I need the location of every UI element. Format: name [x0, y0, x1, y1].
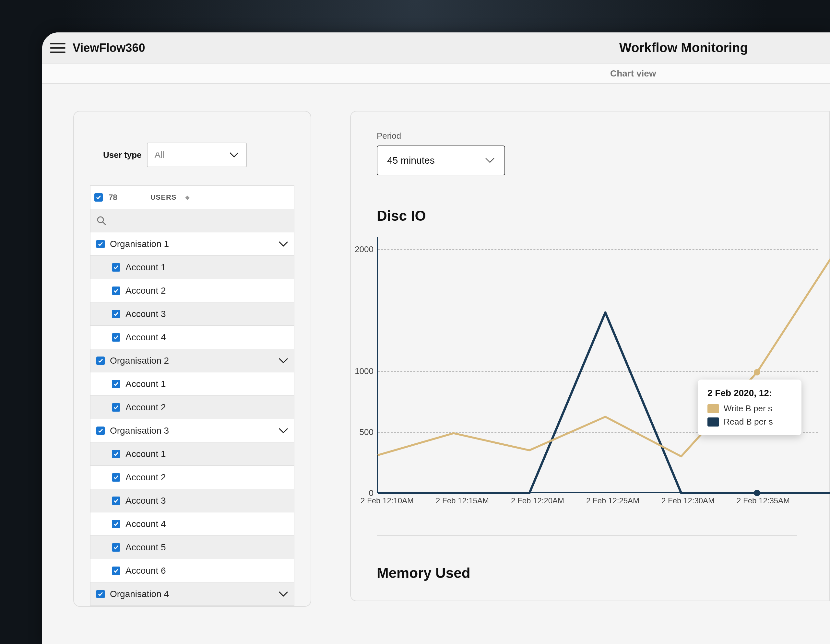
org-checkbox[interactable]	[96, 356, 105, 365]
line-chart-svg	[378, 237, 799, 493]
org-checkbox[interactable]	[96, 590, 105, 598]
account-label: Account 2	[125, 402, 288, 413]
tooltip-title: 2 Feb 2020, 12:	[708, 388, 792, 398]
org-checkbox[interactable]	[96, 427, 105, 435]
user-type-select[interactable]: All	[147, 142, 247, 167]
page-title: Workflow Monitoring	[619, 41, 748, 55]
x-tick-label: 2 Feb 12:10AM	[361, 496, 436, 505]
chart-tooltip: 2 Feb 2020, 12: Write B per sRead B per …	[698, 380, 801, 435]
account-row[interactable]: Account 3	[90, 489, 294, 513]
account-checkbox[interactable]	[112, 450, 120, 458]
account-label: Account 2	[125, 472, 288, 483]
chart-card: Period 45 minutes Disc IO 050010002000 2…	[350, 111, 830, 601]
org-label: Organisation 4	[110, 589, 273, 599]
org-row[interactable]: Organisation 3	[90, 419, 294, 442]
account-label: Account 1	[125, 262, 288, 272]
account-label: Account 4	[125, 519, 288, 529]
account-row[interactable]: Account 3	[90, 302, 294, 326]
user-type-label: User type	[103, 150, 142, 160]
account-checkbox[interactable]	[112, 473, 120, 482]
tooltip-series-label: Read B per s	[724, 417, 773, 427]
sort-icon[interactable]: ◆	[185, 194, 190, 201]
main-area: Period 45 minutes Disc IO 050010002000 2…	[350, 111, 830, 607]
svg-point-0	[98, 217, 103, 223]
account-checkbox[interactable]	[112, 333, 120, 342]
account-label: Account 5	[125, 542, 288, 552]
x-tick-label: 2 Feb 12:15AM	[436, 496, 511, 505]
chart-point	[754, 369, 760, 376]
account-row[interactable]: Account 6	[90, 559, 294, 582]
hamburger-menu-icon[interactable]	[50, 40, 65, 56]
svg-line-1	[103, 222, 106, 225]
org-row[interactable]: Organisation 4	[90, 582, 294, 606]
legend-swatch	[708, 418, 719, 427]
app-name: ViewFlow360	[73, 41, 145, 55]
account-row[interactable]: Account 4	[90, 513, 294, 536]
chart-title-disc-io: Disc IO	[377, 208, 829, 224]
account-checkbox[interactable]	[112, 497, 120, 505]
account-checkbox[interactable]	[112, 263, 120, 272]
account-row[interactable]: Account 2	[90, 279, 294, 302]
org-row[interactable]: Organisation 2	[90, 349, 294, 372]
users-header[interactable]: USERS	[150, 193, 177, 202]
tree-header: 78 USERS ◆	[90, 186, 294, 209]
account-row[interactable]: Account 2	[90, 396, 294, 419]
app-window: ViewFlow360 Workflow Monitoring Chart vi…	[42, 32, 830, 644]
select-all-checkbox[interactable]	[94, 193, 103, 202]
account-label: Account 3	[125, 495, 288, 506]
account-row[interactable]: Account 5	[90, 536, 294, 559]
y-tick-label: 2000	[355, 244, 374, 254]
users-count: 78	[109, 193, 117, 202]
account-label: Account 2	[125, 286, 288, 296]
org-checkbox[interactable]	[96, 240, 105, 248]
search-icon	[96, 215, 107, 226]
chevron-down-icon	[485, 158, 495, 163]
tooltip-series-label: Write B per s	[724, 403, 772, 413]
chevron-down-icon[interactable]	[279, 358, 288, 364]
account-checkbox[interactable]	[112, 566, 120, 575]
org-label: Organisation 1	[110, 239, 273, 249]
period-select[interactable]: 45 minutes	[377, 146, 505, 175]
account-checkbox[interactable]	[112, 520, 120, 528]
subbar: Chart view	[42, 63, 830, 84]
view-mode-label[interactable]: Chart view	[610, 68, 656, 79]
org-row[interactable]: Organisation 1	[90, 233, 294, 256]
titlebar: ViewFlow360 Workflow Monitoring	[42, 32, 830, 63]
account-checkbox[interactable]	[112, 543, 120, 552]
chart-plot	[377, 237, 798, 493]
period-value: 45 minutes	[387, 155, 435, 166]
account-row[interactable]: Account 1	[90, 256, 294, 279]
account-label: Account 1	[125, 379, 288, 389]
x-tick-label: 2 Feb 12:30AM	[661, 496, 737, 505]
chart-title-memory: Memory Used	[377, 565, 829, 581]
sidebar-card: User type All 78 USERS ◆	[73, 111, 311, 607]
period-label: Period	[377, 131, 829, 141]
chevron-down-icon	[229, 152, 239, 158]
divider	[377, 535, 797, 536]
y-tick-label: 500	[360, 427, 374, 437]
chevron-down-icon[interactable]	[279, 241, 288, 247]
account-row[interactable]: Account 2	[90, 466, 294, 489]
user-type-value: All	[155, 150, 165, 160]
x-tick-label: 2 Feb 12:35AM	[737, 496, 812, 505]
y-tick-label: 1000	[355, 366, 374, 376]
account-checkbox[interactable]	[112, 310, 120, 318]
org-label: Organisation 3	[110, 426, 273, 436]
chart-point	[754, 490, 760, 496]
account-checkbox[interactable]	[112, 403, 120, 411]
x-tick-label: 2 Feb 12:25AM	[586, 496, 661, 505]
account-label: Account 4	[125, 332, 288, 343]
account-row[interactable]: Account 4	[90, 326, 294, 349]
account-row[interactable]: Account 1	[90, 442, 294, 466]
account-row[interactable]: Account 1	[90, 372, 294, 396]
account-checkbox[interactable]	[112, 286, 120, 295]
x-tick-label: 2 Feb 12:20AM	[511, 496, 586, 505]
user-type-row: User type All	[74, 142, 310, 185]
chevron-down-icon[interactable]	[279, 428, 288, 434]
account-label: Account 1	[125, 449, 288, 459]
org-label: Organisation 2	[110, 356, 273, 366]
account-checkbox[interactable]	[112, 380, 120, 388]
tooltip-row: Read B per s	[708, 417, 792, 427]
search-row[interactable]	[90, 209, 294, 233]
chevron-down-icon[interactable]	[279, 591, 288, 597]
